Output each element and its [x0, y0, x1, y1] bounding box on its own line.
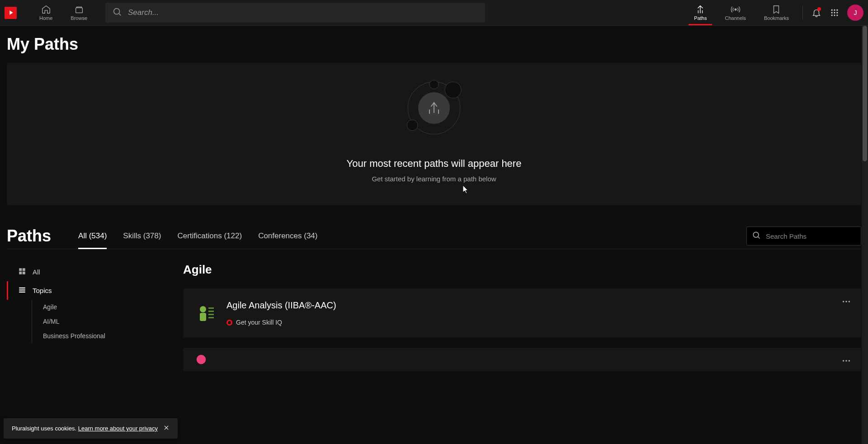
svg-rect-0	[75, 8, 82, 13]
svg-line-19	[758, 237, 760, 239]
app-header: Home Browse Paths Channels Bookmarks J	[0, 0, 868, 26]
empty-state-subtitle: Get started by learning from a path belo…	[372, 175, 496, 183]
sidebar-subitem-business[interactable]: Business Professional	[32, 329, 183, 343]
svg-point-27	[200, 306, 206, 312]
path-card-icon	[196, 304, 215, 323]
paths-body: All Topics Agile AI/ML Business Professi…	[7, 263, 861, 381]
sidebar-topics[interactable]: Topics	[7, 281, 183, 300]
close-icon	[163, 425, 170, 431]
more-horizontal-icon	[841, 297, 851, 307]
sidebar-all-label: All	[33, 268, 40, 276]
svg-rect-23	[23, 272, 25, 274]
svg-point-15	[429, 80, 439, 89]
search-icon	[112, 7, 122, 19]
svg-rect-24	[19, 288, 25, 288]
paths-section-header: Paths All (534) Skills (378) Certificati…	[7, 223, 861, 249]
paths-sidebar: All Topics Agile AI/ML Business Professi…	[7, 263, 183, 381]
pluralsight-logo[interactable]	[5, 7, 17, 19]
browse-icon	[74, 5, 85, 14]
nav-channels-label: Channels	[725, 15, 745, 21]
paths-icon	[695, 5, 706, 14]
apps-grid-button[interactable]	[826, 4, 844, 22]
svg-rect-21	[23, 268, 25, 271]
svg-point-3	[735, 9, 736, 10]
svg-rect-22	[19, 272, 22, 274]
path-card[interactable]: Agile Analysis (IIBA®-AAC) Get your Skil…	[183, 288, 861, 338]
svg-point-17	[407, 120, 418, 131]
cookie-banner: Pluralsight uses cookies. Learn more abo…	[4, 418, 178, 439]
paths-main-column: Agile Agile Analysis (IIBA®-AAC) Get you…	[183, 263, 861, 381]
svg-point-34	[845, 301, 847, 302]
nav-browse-label: Browse	[71, 15, 87, 21]
scrollbar-track[interactable]	[862, 26, 868, 444]
nav-paths[interactable]: Paths	[685, 0, 716, 25]
cookie-text: Pluralsight uses cookies.	[12, 425, 76, 432]
svg-point-12	[836, 14, 838, 16]
path-card-more-button[interactable]	[841, 297, 851, 308]
empty-state-title: Your most recent paths will appear here	[347, 158, 522, 170]
user-avatar[interactable]: J	[847, 5, 863, 21]
search-icon	[752, 231, 761, 241]
svg-point-9	[836, 12, 838, 13]
avatar-initial: J	[854, 9, 857, 16]
svg-point-37	[843, 360, 844, 362]
svg-point-6	[836, 9, 838, 11]
svg-point-18	[753, 232, 759, 237]
svg-point-4	[831, 9, 833, 11]
skill-iq-row[interactable]: Get your Skill IQ	[226, 319, 849, 326]
svg-rect-30	[208, 311, 214, 312]
grid-icon	[18, 267, 26, 277]
notification-dot	[817, 7, 821, 11]
sidebar-subitem-agile[interactable]: Agile	[32, 300, 183, 314]
tab-conferences[interactable]: Conferences (34)	[258, 223, 317, 249]
tab-certifications[interactable]: Certifications (122)	[177, 223, 242, 249]
svg-rect-31	[208, 314, 214, 315]
svg-point-8	[834, 12, 835, 13]
sidebar-sublist: Agile AI/ML Business Professional	[32, 300, 183, 343]
global-search-input[interactable]	[105, 3, 485, 23]
nav-home[interactable]: Home	[30, 0, 61, 25]
page-title: My Paths	[7, 35, 868, 54]
svg-rect-26	[19, 292, 25, 293]
path-card[interactable]	[183, 348, 861, 371]
empty-state-illustration	[402, 76, 466, 140]
notifications-button[interactable]	[807, 4, 826, 22]
nav-browse[interactable]: Browse	[61, 0, 96, 25]
global-search-container	[105, 3, 485, 23]
nav-paths-label: Paths	[694, 15, 707, 21]
path-card-title: Agile Analysis (IIBA®-AAC)	[226, 300, 849, 311]
svg-point-11	[834, 14, 835, 16]
svg-point-35	[849, 301, 850, 302]
cookie-privacy-link[interactable]: Learn more about your privacy	[78, 425, 158, 432]
svg-point-39	[849, 360, 850, 362]
tab-all[interactable]: All (534)	[78, 223, 107, 249]
paths-search-input[interactable]	[746, 227, 861, 246]
bookmark-icon	[771, 5, 781, 14]
skill-iq-text: Get your Skill IQ	[236, 319, 282, 326]
nav-bookmarks-label: Bookmarks	[764, 15, 789, 21]
svg-point-5	[834, 9, 835, 11]
sidebar-subitem-aiml[interactable]: AI/ML	[32, 314, 183, 329]
tab-skills[interactable]: Skills (378)	[123, 223, 161, 249]
cookie-close-button[interactable]	[163, 425, 170, 432]
home-icon	[41, 5, 52, 14]
svg-rect-29	[208, 307, 214, 309]
scrollbar-thumb[interactable]	[863, 26, 867, 161]
path-card-more-button[interactable]	[841, 356, 851, 368]
play-logo-icon	[7, 9, 14, 16]
svg-rect-28	[200, 313, 206, 321]
nav-channels[interactable]: Channels	[716, 0, 755, 25]
category-title: Agile	[183, 263, 861, 277]
nav-bookmarks[interactable]: Bookmarks	[755, 0, 798, 25]
svg-point-33	[843, 301, 844, 302]
path-card-info: Agile Analysis (IIBA®-AAC) Get your Skil…	[226, 300, 849, 326]
svg-line-2	[119, 14, 121, 15]
sidebar-all[interactable]: All	[7, 263, 183, 281]
paths-tabs: All (534) Skills (378) Certifications (1…	[78, 223, 746, 249]
svg-point-10	[831, 14, 833, 16]
apps-grid-icon	[830, 8, 839, 17]
main-content: My Paths Your most recent paths will app…	[0, 26, 868, 444]
svg-point-38	[845, 360, 847, 362]
path-card-icon	[196, 354, 207, 365]
svg-point-16	[445, 82, 461, 98]
